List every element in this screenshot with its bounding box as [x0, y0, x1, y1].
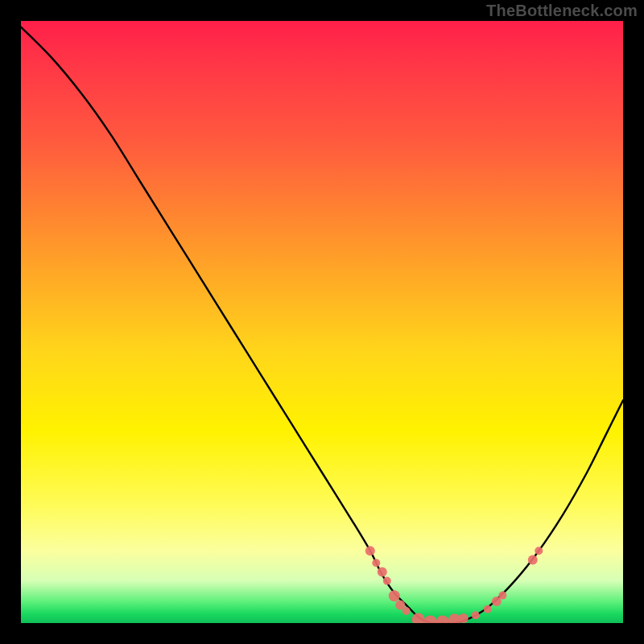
- curve-marker: [424, 616, 437, 624]
- curve-marker: [535, 547, 543, 555]
- curve-marker: [383, 577, 391, 585]
- curve-marker: [528, 555, 538, 565]
- bottleneck-curve-path: [21, 27, 623, 624]
- curve-marker: [472, 611, 480, 619]
- bottleneck-curve-svg: [21, 21, 623, 623]
- curve-marker: [378, 567, 387, 576]
- marker-group: [365, 546, 543, 623]
- curve-marker: [372, 559, 380, 567]
- curve-marker: [402, 607, 411, 615]
- watermark-text: TheBottleneck.com: [486, 2, 638, 20]
- curve-marker: [436, 616, 449, 624]
- curve-marker: [365, 546, 375, 555]
- curve-marker: [459, 613, 469, 623]
- curve-marker: [484, 605, 492, 613]
- page-root: TheBottleneck.com: [0, 0, 644, 644]
- curve-marker: [412, 613, 425, 624]
- curve-marker: [498, 592, 506, 600]
- chart-plot-area: [21, 21, 623, 623]
- curve-marker: [389, 590, 400, 601]
